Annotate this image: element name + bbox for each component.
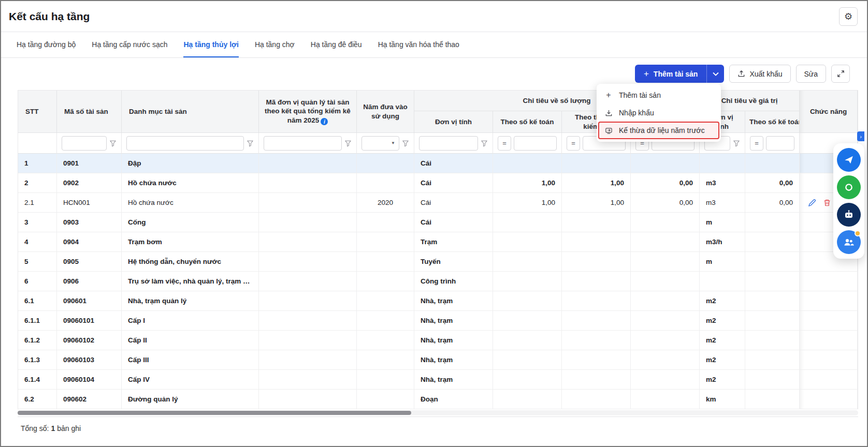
- delete-row-button[interactable]: [823, 199, 831, 207]
- export-icon: [737, 70, 745, 78]
- menu-item-inherit-previous-year[interactable]: Kế thừa dữ liệu năm trước: [598, 122, 719, 139]
- table-row[interactable]: 6.1.309060103Cấp IIINhà, trạmm2: [18, 350, 858, 370]
- cell-year: [357, 154, 414, 173]
- cell-unit2: m3: [700, 193, 745, 213]
- cell-unit1: Cái: [414, 154, 493, 173]
- table-row[interactable]: 6.1.409060104Cấp IVNhà, trạmm2: [18, 370, 858, 390]
- cell-year: [357, 213, 414, 232]
- filter-cell-year: ▼: [357, 133, 414, 154]
- robot-icon: [843, 208, 855, 221]
- filter-operator-equals[interactable]: =: [750, 136, 763, 151]
- assistant-button[interactable]: [837, 148, 861, 172]
- tab-ha-tang-thuy-loi[interactable]: Hạ tầng thủy lợi: [183, 32, 238, 57]
- cell-year: 2020: [357, 193, 414, 213]
- table-row[interactable]: 6.1.109060101Cấp INhà, trạmm2: [18, 311, 858, 331]
- tab-ha-tang-cap-nuoc-sach[interactable]: Hạ tầng cấp nước sạch: [92, 32, 167, 57]
- info-icon[interactable]: i: [321, 118, 328, 125]
- filter-select-year[interactable]: ▼: [361, 136, 399, 151]
- cell-unit_code: [259, 252, 357, 272]
- tab-ha-tang-cho[interactable]: Hạ tầng chợ: [255, 32, 295, 57]
- table-row[interactable]: 10901ĐậpCái: [18, 154, 858, 173]
- menu-item-label: Thêm tài sản: [619, 91, 661, 99]
- cell-qty2: [562, 331, 631, 350]
- support-button[interactable]: [837, 175, 861, 199]
- cell-stt: 1: [18, 154, 57, 173]
- cell-code: 0903: [57, 213, 122, 232]
- menu-item-add-asset[interactable]: + Thêm tài sản: [597, 86, 721, 104]
- page-title: Kết cấu hạ tầng: [9, 10, 839, 23]
- add-asset-main-button[interactable]: + Thêm tài sản: [635, 65, 707, 83]
- plus-icon: +: [644, 69, 649, 79]
- cell-qty3: [631, 350, 700, 370]
- edit-button[interactable]: Sửa: [796, 65, 827, 83]
- cell-qty2: [562, 232, 631, 252]
- cell-actions: [800, 350, 858, 370]
- col-header-stt: STT: [18, 91, 57, 133]
- cell-unit_code: [259, 390, 357, 409]
- cell-name: Cấp I: [122, 311, 259, 331]
- export-button[interactable]: Xuất khẩu: [729, 65, 790, 83]
- filter-operator-equals[interactable]: =: [498, 136, 511, 151]
- table-row[interactable]: 6.1090601Nhà, trạm quản lýNhà, trạmm2: [18, 291, 858, 311]
- inherit-data-icon: [605, 127, 613, 135]
- cell-name: Cấp III: [122, 350, 259, 370]
- panel-collapse-tab[interactable]: ›: [857, 131, 864, 141]
- expand-button[interactable]: [831, 65, 850, 83]
- menu-item-import[interactable]: Nhập khẩu: [597, 104, 721, 122]
- cell-qty3: 0,00: [631, 173, 700, 193]
- cell-qty2: 1,00: [562, 193, 631, 213]
- chevron-down-icon: [713, 72, 719, 76]
- table-row[interactable]: 40904Trạm bơmTrạmm3/h: [18, 232, 858, 252]
- total-suffix: bản ghi: [57, 424, 81, 433]
- community-button[interactable]: [837, 230, 861, 254]
- chatbot-button[interactable]: [837, 203, 861, 227]
- cell-name: Cấp II: [122, 331, 259, 350]
- col-header-asset-category: Danh mục tài sản: [122, 91, 259, 133]
- filter-input-unit1[interactable]: [419, 136, 478, 151]
- cell-year: [357, 331, 414, 350]
- table-row[interactable]: 50905Hệ thống dẫn, chuyển nướcTuyếnm: [18, 252, 858, 272]
- filter-icon[interactable]: [481, 140, 488, 147]
- cell-year: [357, 350, 414, 370]
- cell-name: Trạm bơm: [122, 232, 259, 252]
- cell-unit2: m2: [700, 291, 745, 311]
- table-row[interactable]: 30903CốngCáim: [18, 213, 858, 232]
- filter-input-asset-category[interactable]: [126, 136, 244, 151]
- cell-unit1: Trạm: [414, 232, 493, 252]
- table-row[interactable]: 60906Trụ sở làm việc, nhà quản lý, trạm …: [18, 272, 858, 291]
- header-bar: Kết cấu hạ tầng ⚙: [1, 1, 867, 32]
- filter-icon[interactable]: [344, 140, 352, 147]
- filter-input-val-accounting[interactable]: [766, 136, 794, 151]
- tab-ha-tang-duong-bo[interactable]: Hạ tầng đường bộ: [17, 32, 76, 57]
- tab-ha-tang-van-hoa-the-thao[interactable]: Hạ tầng văn hóa thể thao: [378, 32, 459, 57]
- filter-input-unit-code[interactable]: [264, 136, 342, 151]
- filter-input-asset-code[interactable]: [62, 136, 107, 151]
- table-row[interactable]: 20902Hồ chứa nướcCái1,001,000,00m30,00: [18, 173, 858, 193]
- edit-row-button[interactable]: [808, 199, 816, 207]
- table-row[interactable]: 6.1.209060102Cấp IINhà, trạmm2: [18, 331, 858, 350]
- cell-unit1: Công trình: [414, 272, 493, 291]
- cell-name: Nhà, trạm quản lý: [122, 291, 259, 311]
- cell-unit_code: [259, 173, 357, 193]
- filter-icon[interactable]: [402, 140, 409, 147]
- cell-unit1: Nhà, trạm: [414, 350, 493, 370]
- cell-unit1: Cái: [414, 173, 493, 193]
- tab-ha-tang-de-dieu[interactable]: Hạ tầng đê điều: [311, 32, 362, 57]
- table-row[interactable]: 6.2090602Đường quản lýĐoạnkm: [18, 390, 858, 409]
- cell-unit_code: [259, 232, 357, 252]
- cell-unit_code: [259, 154, 357, 173]
- filter-operator-equals[interactable]: =: [567, 136, 580, 151]
- cell-unit2: [700, 272, 745, 291]
- filter-icon[interactable]: [247, 140, 254, 147]
- filter-input-qty-accounting[interactable]: [514, 136, 557, 151]
- filter-cell-asset-category: [122, 133, 259, 154]
- cell-code: 0905: [57, 252, 122, 272]
- tab-bar: Hạ tầng đường bộ Hạ tầng cấp nước sạch H…: [1, 32, 867, 58]
- add-asset-caret-button[interactable]: [706, 65, 724, 83]
- filter-icon[interactable]: [109, 140, 117, 147]
- horizontal-scrollbar-thumb[interactable]: [18, 411, 411, 415]
- settings-button[interactable]: ⚙: [839, 7, 858, 26]
- cell-qty3: [631, 291, 700, 311]
- table-row[interactable]: 2.1HCN001Hồ chứa nước2020Cái1,001,000,00…: [18, 193, 858, 213]
- filter-icon[interactable]: [733, 140, 740, 147]
